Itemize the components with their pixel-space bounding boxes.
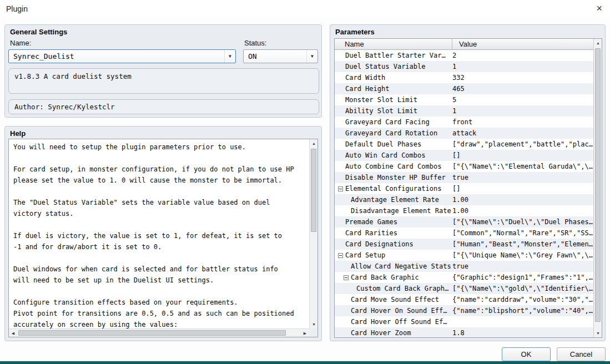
table-row[interactable]: Auto Win Card Combos[] <box>335 150 593 161</box>
table-row[interactable]: Duel Battler Starter Var…2 <box>335 50 593 61</box>
param-name-cell: Card Back Graphic <box>335 272 452 283</box>
param-value[interactable]: 5 <box>452 94 593 105</box>
param-name: Card Setup <box>345 250 385 261</box>
help-horizontal-scrollbar[interactable]: ◀ ▶ <box>9 328 309 337</box>
table-row[interactable]: Graveyard Card Facingfront <box>335 117 593 128</box>
ok-button[interactable]: OK <box>502 347 551 361</box>
param-name-cell: Graveyard Card Rotation <box>335 128 452 139</box>
table-row[interactable]: Allow Card Negative Statstrue <box>335 261 593 272</box>
cancel-button[interactable]: Cancel <box>557 347 606 361</box>
table-row[interactable]: Card Back Graphic{"Graphic":"design1","F… <box>335 272 593 283</box>
param-name: Card Hover Zoom <box>351 327 411 337</box>
table-row[interactable]: Card Hover Zoom1.8 <box>335 327 593 337</box>
plugin-status-select[interactable]: ON ▼ <box>243 49 318 63</box>
param-name: Card Designations <box>345 239 414 250</box>
param-value[interactable]: [] <box>452 150 593 161</box>
table-row[interactable]: Disable Monster HP Buffertrue <box>335 172 593 183</box>
param-value[interactable]: [] <box>452 183 593 194</box>
param-value[interactable]: true <box>452 261 593 272</box>
param-name-cell: Custom Card Back Graph… <box>335 283 452 294</box>
scrollbar-thumb[interactable] <box>595 48 601 322</box>
param-name-cell: Premade Games <box>335 216 452 228</box>
scroll-up-icon[interactable]: ▲ <box>594 39 602 47</box>
table-row[interactable]: Card Width332 <box>335 72 593 83</box>
collapse-icon[interactable] <box>338 253 343 258</box>
table-row[interactable]: Elemental Configurations[] <box>335 183 593 194</box>
table-row[interactable]: Card Designations["Human","Beast","Monst… <box>335 239 593 250</box>
collapse-icon[interactable] <box>344 275 349 280</box>
param-value[interactable]: front <box>452 117 593 128</box>
param-name: Auto Win Card Combos <box>345 150 426 161</box>
param-value[interactable]: true <box>452 172 593 183</box>
help-group: Help You will need to setup the plugin p… <box>4 126 322 341</box>
param-value[interactable]: ["{\"Unique Name\":\"Grey Fawn\",\… <box>452 250 593 261</box>
param-value[interactable]: {"Graphic":"design1","Frames":"1",… <box>452 272 593 283</box>
table-row[interactable]: Auto Combine Card Combos["{\"Name\":\"El… <box>335 161 593 172</box>
param-value[interactable]: ["{\"Name\":\"Elemental Garuda\",\… <box>452 161 593 172</box>
param-name: Elemental Configurations <box>345 183 441 194</box>
table-row[interactable]: Default Duel Phases["draw","placement","… <box>335 139 593 150</box>
param-name-cell: Ability Slot Limit <box>335 105 452 117</box>
table-row[interactable]: Custom Card Back Graph…["{\"Name\":\"gol… <box>335 283 593 294</box>
table-row[interactable]: Disadvantage Element Rate1.00 <box>335 205 593 216</box>
param-name: Card Rarities <box>345 228 397 239</box>
param-name-cell: Disadvantage Element Rate <box>335 205 452 216</box>
parameters-vertical-scrollbar[interactable]: ▲ ▼ <box>593 39 602 337</box>
window-bottom-edge <box>0 361 610 364</box>
param-name: Card Hover Off Sound Ef… <box>351 316 447 327</box>
param-value[interactable]: {"name":"carddraw","volume":"30","… <box>452 294 593 305</box>
param-value[interactable] <box>452 316 593 327</box>
plugin-name-select[interactable]: Synrec_Duelist ▼ <box>8 49 236 63</box>
param-value[interactable]: ["Common","Normal","Rare","SR","SS… <box>452 228 593 239</box>
param-value[interactable]: ["draw","placement","battle","plac… <box>452 139 593 150</box>
param-name-cell: Duel Battler Starter Var… <box>335 50 452 61</box>
param-value[interactable]: 1.8 <box>452 327 593 337</box>
param-value[interactable]: 1.00 <box>452 194 593 205</box>
scroll-up-icon[interactable]: ▲ <box>310 139 318 148</box>
help-textarea[interactable]: You will need to setup the plugin parame… <box>8 139 318 337</box>
param-value[interactable]: {"name":"blipshort","volume":"40",… <box>452 305 593 316</box>
scroll-down-icon[interactable]: ▼ <box>594 329 602 337</box>
param-name-cell: Card Designations <box>335 239 452 250</box>
table-row[interactable]: Card Rarities["Common","Normal","Rare","… <box>335 228 593 239</box>
scroll-right-icon[interactable]: ▶ <box>301 329 309 337</box>
table-row[interactable]: Card Setup["{\"Unique Name\":\"Grey Fawn… <box>335 250 593 261</box>
close-icon[interactable]: × <box>596 2 602 14</box>
param-name: Disable Monster HP Buffer <box>345 172 446 183</box>
scroll-down-icon[interactable]: ▼ <box>310 320 318 328</box>
plugin-description: v1.8.3 A card duelist system <box>8 68 319 94</box>
param-value[interactable]: ["Human","Beast","Monster","Elemen… <box>452 239 593 250</box>
table-row[interactable]: Monster Slot Limit5 <box>335 94 593 105</box>
param-value[interactable]: 1 <box>452 105 593 117</box>
table-row[interactable]: Card Hover On Sound Eff…{"name":"blipsho… <box>335 305 593 316</box>
param-value[interactable]: ["{\"Name\":\"gold\",\"Identifier\… <box>452 283 593 294</box>
plugin-name-value: Synrec_Duelist <box>13 52 74 60</box>
param-value[interactable]: 1.00 <box>452 205 593 216</box>
param-name: Disadvantage Element Rate <box>351 205 451 216</box>
help-vertical-scrollbar[interactable]: ▲ ▼ <box>309 139 317 328</box>
param-value[interactable]: 2 <box>452 50 593 61</box>
param-name-cell: Auto Win Card Combos <box>335 150 452 161</box>
param-name-cell: Card Hover Off Sound Ef… <box>335 316 452 327</box>
param-value[interactable]: 1 <box>452 61 593 72</box>
table-row[interactable]: Ability Slot Limit1 <box>335 105 593 117</box>
table-row[interactable]: Card Height465 <box>335 83 593 94</box>
param-value[interactable]: 465 <box>452 83 593 94</box>
table-row[interactable]: Graveyard Card Rotationattack <box>335 128 593 139</box>
scrollbar-thumb[interactable] <box>18 330 286 336</box>
param-value[interactable]: 332 <box>452 72 593 83</box>
table-row[interactable]: Duel Status Variable1 <box>335 61 593 72</box>
param-name-cell: Default Duel Phases <box>335 139 452 150</box>
param-name: Graveyard Card Facing <box>345 117 430 128</box>
table-row[interactable]: Card Move Sound Effect{"name":"carddraw"… <box>335 294 593 305</box>
collapse-icon[interactable] <box>338 186 343 191</box>
scroll-left-icon[interactable]: ◀ <box>9 329 17 337</box>
param-value[interactable]: ["{\"Name\":\"Duel\",\"Duel Phases… <box>452 216 593 228</box>
table-row[interactable]: Premade Games["{\"Name\":\"Duel\",\"Duel… <box>335 216 593 228</box>
param-name: Ability Slot Limit <box>345 105 417 117</box>
table-row[interactable]: Card Hover Off Sound Ef… <box>335 316 593 327</box>
table-row[interactable]: Advantage Element Rate1.00 <box>335 194 593 205</box>
scrollbar-thumb[interactable] <box>311 149 316 232</box>
param-name: Custom Card Back Graph… <box>356 283 448 294</box>
param-value[interactable]: attack <box>452 128 593 139</box>
